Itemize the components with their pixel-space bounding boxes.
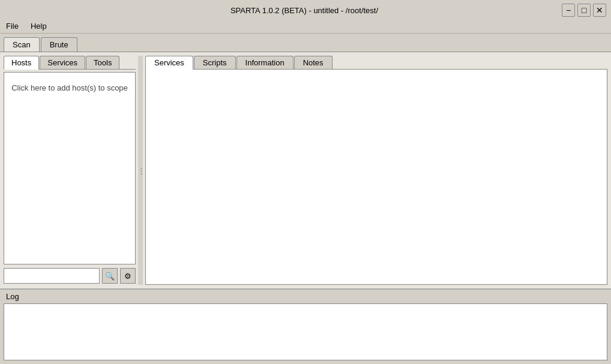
search-button[interactable]: 🔍 — [102, 268, 118, 284]
log-content-area — [4, 303, 607, 360]
minimize-button[interactable]: − — [562, 4, 575, 17]
splitter-dots: ⋮ — [137, 166, 144, 175]
right-tab-information[interactable]: Information — [236, 56, 293, 69]
panels-container: Hosts Services Tools Click here to add h… — [4, 56, 607, 285]
vertical-splitter[interactable]: ⋮ — [138, 56, 143, 285]
search-icon: 🔍 — [105, 272, 115, 281]
close-button[interactable]: ✕ — [593, 4, 606, 17]
hosts-content-area[interactable]: Click here to add host(s) to scope — [4, 72, 136, 264]
right-panel: Services Scripts Information Notes — [145, 56, 607, 285]
right-tab-services[interactable]: Services — [145, 56, 193, 70]
left-tab-services[interactable]: Services — [40, 56, 85, 69]
left-panel: Hosts Services Tools Click here to add h… — [4, 56, 136, 285]
tab-brute[interactable]: Brute — [41, 37, 77, 52]
menu-item-file[interactable]: File — [2, 20, 22, 32]
left-tab-tools[interactable]: Tools — [86, 56, 119, 69]
title-bar-title: SPARTA 1.0.2 (BETA) - untitled - /root/t… — [47, 6, 562, 15]
top-tabs: Scan Brute — [0, 34, 611, 52]
title-bar: SPARTA 1.0.2 (BETA) - untitled - /root/t… — [0, 0, 611, 19]
title-bar-controls: − □ ✕ — [562, 4, 606, 17]
log-header-label: Log — [0, 290, 611, 303]
right-sub-tabs: Services Scripts Information Notes — [145, 56, 607, 70]
main-content: Hosts Services Tools Click here to add h… — [0, 52, 611, 288]
right-content-area — [145, 70, 607, 285]
search-input[interactable] — [4, 268, 100, 284]
gear-icon: ⚙ — [124, 272, 131, 281]
right-tab-scripts[interactable]: Scripts — [194, 56, 236, 69]
left-tab-hosts[interactable]: Hosts — [4, 56, 39, 70]
log-section: Log — [0, 288, 611, 364]
right-tab-notes[interactable]: Notes — [294, 56, 333, 69]
menu-bar: File Help — [0, 19, 611, 34]
tab-scan[interactable]: Scan — [4, 37, 40, 52]
left-sub-tabs: Hosts Services Tools — [4, 56, 136, 70]
settings-button[interactable]: ⚙ — [120, 268, 136, 284]
search-row: 🔍 ⚙ — [4, 267, 136, 285]
add-hosts-label: Click here to add host(s) to scope — [11, 82, 128, 94]
menu-item-help[interactable]: Help — [27, 20, 50, 32]
maximize-button[interactable]: □ — [577, 4, 591, 17]
